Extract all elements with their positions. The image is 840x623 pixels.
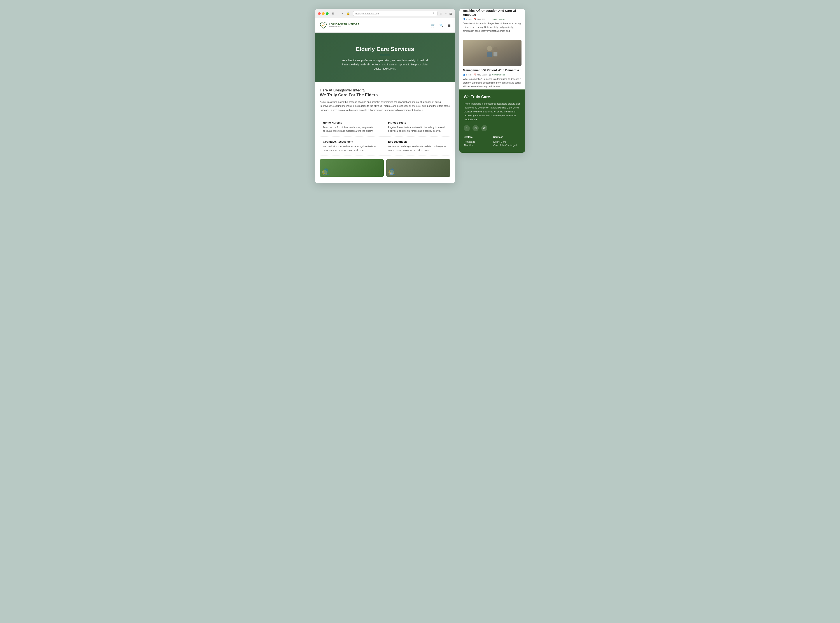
about-link[interactable]: About Us: [464, 144, 491, 147]
explore-title: Explore: [464, 136, 491, 138]
window-controls: [318, 12, 328, 15]
top-post-excerpt: Overview of Amputation Regardless of the…: [463, 21, 521, 32]
search-icon[interactable]: 🔍: [439, 23, 444, 28]
top-blog-post: Realities Of Amputation And Care Of Ampu…: [459, 9, 525, 36]
service-desc: We conduct proper and necessary cognitiv…: [323, 144, 382, 152]
author-meta: 👤 LTMS: [463, 18, 472, 20]
comments-link[interactable]: No Comments: [492, 18, 505, 20]
url-text: healthintegralplus.com: [356, 12, 380, 15]
bottom-post-title: Management Of Patient With Dementia: [463, 68, 521, 72]
social-icons: f ✉ W: [464, 125, 521, 131]
browser-window: ⊟ ‹ › 🔒 healthintegralplus.com ↻ ⬆ + ⊡ L…: [315, 9, 455, 183]
green-card-title: We Truly Care.: [464, 95, 521, 99]
address-bar[interactable]: healthintegralplus.com ↻: [353, 11, 437, 16]
close-button[interactable]: [318, 12, 321, 15]
hero-divider: [319, 55, 451, 55]
logo-text: LIVINGTOWER INTEGRAL Medical Care: [329, 23, 361, 28]
service-title: Eye Diagnosis: [388, 140, 447, 143]
author-icon: 👤: [463, 18, 466, 20]
author-name: LTMS: [466, 18, 472, 20]
calendar-icon: 📅: [474, 18, 477, 20]
blog-panel: Realities Of Amputation And Care Of Ampu…: [459, 9, 525, 153]
back-button[interactable]: ‹: [337, 11, 339, 15]
intro-body: Assist in slowing down the process of ag…: [320, 100, 450, 112]
add-tab-icon[interactable]: +: [445, 12, 447, 15]
intro-heading: Here At Livingtower Integral, We Truly C…: [320, 88, 450, 97]
email-icon[interactable]: ✉: [472, 125, 478, 131]
service-title: Fitness Tests: [388, 121, 447, 124]
elderly-care-link[interactable]: Elderly Care: [493, 140, 521, 143]
green-info-card: We Truly Care. Health Integral is a prof…: [459, 89, 525, 152]
bottom-post-excerpt: What is dementia? Dementia is a term use…: [463, 77, 521, 88]
svg-rect-1: [487, 52, 492, 57]
service-desc: We conduct and diagnose disorders relate…: [388, 144, 447, 152]
forward-button[interactable]: ›: [341, 11, 344, 15]
post-date: May, 2022: [477, 18, 487, 20]
browser-titlebar: ⊟ ‹ › 🔒 healthintegralplus.com ↻ ⬆ + ⊡: [315, 9, 455, 18]
hero-description: As a healthcare professional organizatio…: [339, 58, 431, 71]
comment-icon: 💬: [489, 74, 491, 76]
hero-title: Elderly Care Services: [319, 46, 451, 52]
logo-icon: [319, 21, 327, 29]
top-post-meta: 👤 LTMS 📅 May, 2022 💬 No Comments: [463, 18, 521, 20]
right-panel: Realities Of Amputation And Care Of Ampu…: [459, 9, 525, 153]
site-header: LIVINGTOWER INTEGRAL Medical Care 🛒 🔍 ☰: [315, 18, 455, 32]
svg-rect-3: [494, 52, 497, 57]
tabs-icon[interactable]: ⊡: [449, 12, 452, 15]
calendar-icon: 📅: [474, 74, 477, 76]
image-placeholder: [463, 40, 521, 66]
menu-icon[interactable]: ☰: [448, 23, 451, 28]
comments-link[interactable]: No Comments: [492, 74, 505, 76]
comments-meta: 💬 No Comments: [489, 74, 505, 76]
explore-column: Explore Homepage About Us: [464, 136, 491, 147]
service-title: Cognitive Assessment: [323, 140, 382, 143]
bottom-blog-post: Management Of Patient With Dementia 👤 LT…: [459, 36, 525, 90]
main-content: Here At Livingtower Integral, We Truly C…: [315, 82, 455, 183]
service-desc: From the comfort of their own homes, we …: [323, 126, 382, 133]
nav-controls: ⊟ ‹ › 🔒: [331, 11, 351, 15]
share-icon[interactable]: ⬆: [440, 12, 442, 15]
footer-columns: Explore Homepage About Us Services Elder…: [464, 136, 521, 147]
service-cognitive: Cognitive Assessment We conduct proper a…: [320, 137, 385, 156]
green-card-body: Health Integral is a professional health…: [464, 102, 521, 121]
facebook-icon[interactable]: f: [464, 125, 470, 131]
photo-row: 👴 😷: [320, 159, 450, 177]
photo-2: 😷: [386, 159, 450, 177]
service-eye-diagnosis: Eye Diagnosis We conduct and diagnose di…: [385, 137, 450, 156]
service-title: Home Nursing: [323, 121, 382, 124]
services-grid: Home Nursing From the comfort of their o…: [320, 117, 450, 156]
service-desc: Regular fitness tests are offered to the…: [388, 126, 447, 133]
author-icon: 👤: [463, 74, 466, 76]
services-column: Services Elderly Care Care of the Challe…: [493, 136, 521, 147]
logo-area: LIVINGTOWER INTEGRAL Medical Care: [319, 21, 361, 29]
author-meta: 👤 LTMS: [463, 74, 472, 76]
services-title: Services: [493, 136, 521, 138]
author-name: LTMS: [466, 74, 472, 76]
top-post-title: Realities Of Amputation And Care Of Ampu…: [463, 9, 521, 17]
blog-post-image: [463, 40, 521, 66]
brand-name: LIVINGTOWER INTEGRAL: [329, 23, 361, 26]
site-nav: 🛒 🔍 ☰: [431, 23, 451, 28]
svg-point-0: [487, 46, 492, 51]
date-meta: 📅 May, 2022: [474, 74, 487, 76]
photo-1: 👴: [320, 159, 384, 177]
sidebar-toggle-button[interactable]: ⊟: [331, 11, 335, 15]
minimize-button[interactable]: [322, 12, 325, 15]
lock-icon: 🔒: [346, 11, 351, 15]
comment-icon: 💬: [489, 18, 491, 20]
maximize-button[interactable]: [326, 12, 328, 15]
post-date: May, 2022: [477, 74, 487, 76]
intro-section: Here At Livingtower Integral, We Truly C…: [320, 88, 450, 112]
browser-toolbar: ⬆ + ⊡: [440, 12, 452, 15]
whatsapp-icon[interactable]: W: [481, 125, 487, 131]
service-fitness-tests: Fitness Tests Regular fitness tests are …: [385, 117, 450, 137]
brand-subtitle: Medical Care: [329, 26, 361, 28]
cart-icon[interactable]: 🛒: [431, 23, 435, 28]
svg-point-2: [493, 47, 498, 51]
hero-banner: Elderly Care Services As a healthcare pr…: [315, 32, 455, 82]
care-challenged-link[interactable]: Care of the Challenged: [493, 144, 521, 147]
homepage-link[interactable]: Homepage: [464, 140, 491, 143]
service-home-nursing: Home Nursing From the comfort of their o…: [320, 117, 385, 137]
comments-meta: 💬 No Comments: [489, 18, 505, 20]
date-meta: 📅 May, 2022: [474, 18, 487, 20]
